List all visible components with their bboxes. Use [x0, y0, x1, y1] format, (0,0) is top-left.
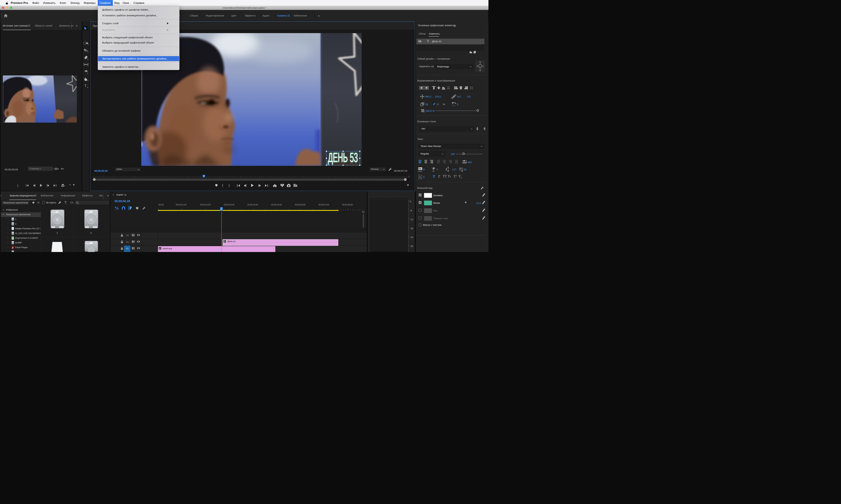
svg-text:T: T	[84, 84, 87, 88]
svg-text:VA: VA	[419, 167, 422, 170]
svg-text:A: A	[447, 169, 449, 172]
svg-text:ДЕНЬ 53: ДЕНЬ 53	[328, 150, 358, 165]
svg-text:a: a	[419, 176, 420, 178]
svg-text:A: A	[459, 167, 461, 170]
svg-text:A: A	[447, 166, 449, 169]
svg-text:a: a	[461, 167, 463, 169]
svg-text:}: }	[17, 184, 18, 187]
